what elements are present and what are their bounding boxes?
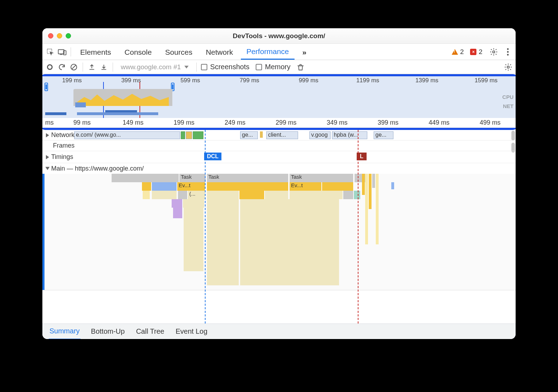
flame-segment[interactable]: Ev...t (177, 182, 205, 191)
network-request[interactable]: v.goog (309, 131, 331, 139)
network-request[interactable] (193, 131, 203, 139)
disclosure-triangle-icon[interactable] (46, 133, 49, 137)
reload-record-button[interactable] (57, 63, 66, 72)
svg-point-10 (507, 66, 509, 68)
memory-checkbox[interactable]: Memory (256, 63, 290, 71)
disclosure-triangle-icon[interactable] (46, 167, 50, 170)
details-tabs: Summary Bottom-Up Call Tree Event Log (42, 323, 516, 339)
flamechart-area[interactable]: Network e.com/ (www.go... ge... client..… (42, 130, 516, 323)
flame-segment[interactable] (290, 191, 343, 199)
flame-segment[interactable] (239, 191, 264, 199)
flame-segment[interactable] (240, 208, 339, 285)
flame-segment[interactable] (207, 199, 239, 208)
detail-ruler[interactable]: ms 99 ms 149 ms 199 ms 249 ms 299 ms 349… (42, 118, 516, 128)
dcl-marker[interactable]: DCL (204, 153, 221, 160)
network-track[interactable]: Network e.com/ (www.go... ge... client..… (42, 130, 516, 141)
screenshots-label: Screenshots (210, 63, 249, 71)
dcl-vline (205, 130, 206, 323)
tab-elements[interactable]: Elements (75, 44, 117, 59)
tab-summary[interactable]: Summary (49, 323, 81, 339)
garbage-collect-button[interactable] (296, 63, 305, 72)
flame-segment[interactable] (207, 182, 288, 191)
frames-track-header[interactable]: Frames (42, 142, 75, 149)
network-request[interactable]: client... (266, 131, 298, 139)
flame-segment[interactable] (172, 199, 182, 208)
load-profile-button[interactable] (87, 63, 96, 72)
main-track-header-row[interactable]: Main — https://www.google.com/ (42, 163, 516, 174)
svg-point-7 (507, 54, 509, 55)
flame-segment[interactable] (207, 208, 239, 285)
profile-selector[interactable]: www.google.com #1 (117, 63, 192, 72)
timeline-overview[interactable]: 199 ms 399 ms 599 ms 799 ms 999 ms 1199 … (42, 76, 516, 118)
flame-segment[interactable] (365, 174, 368, 244)
flame-segment[interactable] (143, 191, 150, 199)
checkbox-icon (201, 64, 207, 70)
save-profile-button[interactable] (99, 63, 108, 72)
ruler-tick: 399 ms (363, 119, 414, 126)
flame-segment[interactable] (362, 174, 365, 195)
network-request[interactable]: ge... (240, 131, 258, 139)
warnings-count: 2 (460, 48, 464, 56)
flame-segment[interactable] (178, 191, 187, 199)
network-request[interactable]: hpba (w... (332, 131, 367, 139)
flame-segment[interactable] (240, 199, 339, 208)
main-flamechart[interactable]: Task Task Task Ev...t Ev...t (... (42, 174, 516, 290)
flame-segment[interactable] (112, 174, 179, 182)
warnings-counter[interactable]: 2 (452, 48, 464, 56)
flame-segment[interactable] (265, 191, 288, 199)
flame-segment[interactable]: Task (179, 174, 206, 182)
tab-performance[interactable]: Performance (241, 44, 295, 60)
settings-icon[interactable] (489, 47, 499, 57)
flame-segment[interactable] (173, 208, 182, 218)
record-button[interactable] (45, 63, 54, 72)
ruler-tick: 299 ms (261, 119, 311, 126)
frames-track-label: Frames (53, 142, 75, 149)
timings-track-header[interactable]: Timings (42, 153, 73, 161)
flame-segment[interactable] (391, 182, 394, 189)
flame-segment[interactable]: Task (290, 174, 353, 182)
devtools-window: DevTools - www.google.com/ Elements Cons… (42, 28, 516, 339)
tick: 199 ms (42, 77, 102, 84)
flame-segment[interactable] (372, 174, 375, 188)
more-tabs-button[interactable]: » (297, 44, 312, 59)
errors-count: 2 (479, 48, 482, 56)
timings-track[interactable]: Timings DCL L (42, 151, 516, 163)
network-request[interactable]: e.com/ (www.go... (74, 131, 180, 139)
flame-segment[interactable]: Task (207, 174, 288, 182)
tab-network[interactable]: Network (200, 44, 239, 59)
flame-segment[interactable] (376, 174, 379, 244)
flame-segment[interactable] (207, 191, 239, 199)
clear-button[interactable] (69, 63, 78, 72)
errors-counter[interactable]: × 2 (470, 48, 482, 56)
network-request[interactable] (260, 131, 263, 138)
network-track-label: Network (51, 131, 75, 139)
screenshots-checkbox[interactable]: Screenshots (201, 63, 249, 71)
capture-settings-icon[interactable] (504, 63, 513, 72)
inspect-element-icon[interactable] (45, 47, 55, 57)
flame-segment[interactable] (183, 199, 204, 208)
flame-segment[interactable] (354, 191, 360, 199)
flame-segment[interactable] (142, 182, 151, 191)
tab-console[interactable]: Console (119, 44, 158, 59)
network-request[interactable] (186, 131, 192, 139)
network-track-header[interactable]: Network (42, 131, 75, 139)
flame-segment[interactable] (343, 191, 353, 199)
network-request[interactable]: ge... (374, 131, 393, 139)
flame-segment[interactable]: Ev...t (290, 182, 321, 191)
tab-sources[interactable]: Sources (160, 44, 198, 59)
kebab-menu-icon[interactable] (503, 47, 513, 57)
disclosure-triangle-icon[interactable] (46, 155, 49, 159)
flame-segment[interactable] (369, 174, 372, 209)
flame-segment[interactable]: (... (188, 191, 205, 199)
frames-track[interactable]: Frames (42, 141, 516, 151)
flame-segment[interactable] (322, 182, 353, 191)
main-track-header[interactable]: Main — https://www.google.com/ (42, 165, 144, 172)
device-toolbar-icon[interactable] (57, 47, 67, 57)
network-request[interactable] (181, 131, 185, 139)
tab-event-log[interactable]: Event Log (175, 324, 208, 339)
flame-segment[interactable] (184, 208, 203, 271)
tab-bottom-up[interactable]: Bottom-Up (90, 324, 126, 339)
tab-call-tree[interactable]: Call Tree (135, 324, 165, 339)
flame-segment[interactable] (152, 182, 177, 191)
flame-segment[interactable] (152, 191, 177, 199)
